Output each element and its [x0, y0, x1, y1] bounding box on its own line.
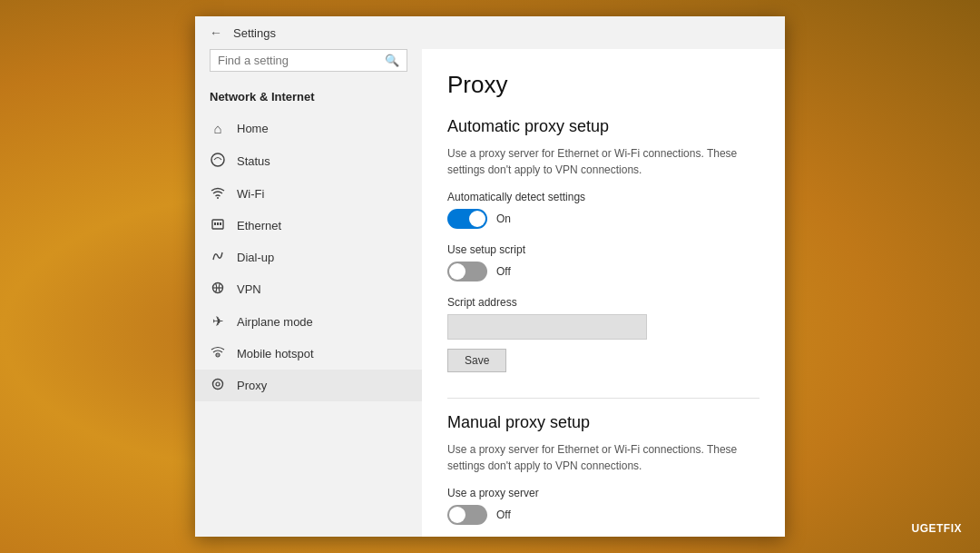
sidebar-item-label: Home — [237, 122, 269, 135]
svg-point-0 — [211, 153, 224, 166]
sidebar-item-label: Mobile hotspot — [237, 347, 314, 360]
auto-detect-state: On — [496, 212, 511, 225]
use-proxy-label: Use a proxy server — [447, 487, 760, 499]
settings-window: ← Settings 🔍 Network & Internet ⌂ Home — [195, 16, 785, 537]
use-proxy-state: Off — [496, 509, 511, 521]
svg-point-10 — [213, 380, 223, 390]
script-address-input[interactable] — [447, 314, 647, 340]
svg-point-1 — [217, 197, 219, 199]
watermark: UGETFIX — [911, 522, 962, 535]
use-proxy-toggle-row: Off — [447, 505, 760, 525]
sidebar-item-dialup[interactable]: Dial-up — [195, 242, 422, 273]
sidebar-item-vpn[interactable]: VPN — [195, 273, 422, 305]
section-divider — [447, 398, 760, 399]
search-input[interactable] — [218, 54, 385, 67]
home-icon: ⌂ — [210, 121, 226, 136]
auto-detect-label: Automatically detect settings — [447, 191, 760, 203]
ethernet-icon — [210, 218, 226, 233]
sidebar-item-label: Airplane mode — [237, 315, 313, 329]
sidebar-item-label: Proxy — [237, 379, 267, 392]
sidebar: 🔍 Network & Internet ⌂ Home Status — [195, 49, 422, 537]
svg-rect-3 — [214, 222, 216, 225]
setup-script-toggle-row: Off — [447, 262, 760, 281]
wifi-icon — [210, 186, 226, 202]
hotspot-icon — [210, 346, 226, 361]
svg-rect-5 — [220, 222, 221, 225]
proxy-icon — [210, 378, 226, 393]
setup-script-label: Use setup script — [447, 243, 760, 256]
window-title: Settings — [233, 26, 276, 40]
sidebar-item-label: VPN — [237, 282, 261, 296]
sidebar-item-wifi[interactable]: Wi-Fi — [195, 178, 422, 210]
automatic-section-title: Automatic proxy setup — [447, 117, 760, 136]
sidebar-item-hotspot[interactable]: Mobile hotspot — [195, 338, 422, 370]
svg-rect-4 — [217, 222, 219, 225]
sidebar-item-label: Dial-up — [237, 251, 274, 264]
sidebar-item-ethernet[interactable]: Ethernet — [195, 210, 422, 242]
sidebar-item-label: Wi-Fi — [237, 187, 264, 201]
save-button[interactable]: Save — [447, 349, 506, 372]
manual-section-desc: Use a proxy server for Ethernet or Wi-Fi… — [447, 441, 756, 474]
automatic-section-desc: Use a proxy server for Ethernet or Wi-Fi… — [447, 145, 756, 178]
manual-section-title: Manual proxy setup — [447, 413, 760, 432]
content-area: 🔍 Network & Internet ⌂ Home Status — [195, 49, 785, 537]
title-bar: ← Settings — [195, 16, 785, 49]
setup-script-state: Off — [496, 265, 511, 278]
use-proxy-toggle[interactable] — [447, 505, 487, 525]
svg-point-9 — [217, 354, 219, 356]
search-icon: 🔍 — [385, 54, 399, 67]
toggle-knob — [449, 507, 466, 523]
sidebar-item-label: Status — [237, 154, 270, 168]
setup-script-toggle[interactable] — [447, 262, 487, 281]
sidebar-item-proxy[interactable]: Proxy — [195, 370, 422, 401]
auto-detect-toggle[interactable] — [447, 209, 487, 229]
sidebar-item-label: Ethernet — [237, 219, 281, 232]
main-content: Proxy Automatic proxy setup Use a proxy … — [422, 49, 785, 537]
vpn-icon — [210, 281, 226, 297]
sidebar-item-home[interactable]: ⌂ Home — [195, 113, 422, 144]
sidebar-item-airplane[interactable]: ✈ Airplane mode — [195, 305, 422, 338]
status-icon — [210, 153, 226, 170]
page-title: Proxy — [447, 71, 760, 99]
script-address-label: Script address — [447, 296, 760, 309]
svg-point-11 — [216, 382, 220, 386]
back-button[interactable]: ← — [206, 24, 226, 42]
toggle-knob — [449, 263, 466, 280]
sidebar-category: Network & Internet — [195, 83, 422, 113]
dialup-icon — [210, 250, 226, 265]
search-box[interactable]: 🔍 — [210, 49, 407, 72]
sidebar-item-status[interactable]: Status — [195, 144, 422, 178]
toggle-knob — [469, 211, 485, 227]
auto-detect-toggle-row: On — [447, 209, 760, 229]
airplane-icon: ✈ — [210, 313, 226, 330]
